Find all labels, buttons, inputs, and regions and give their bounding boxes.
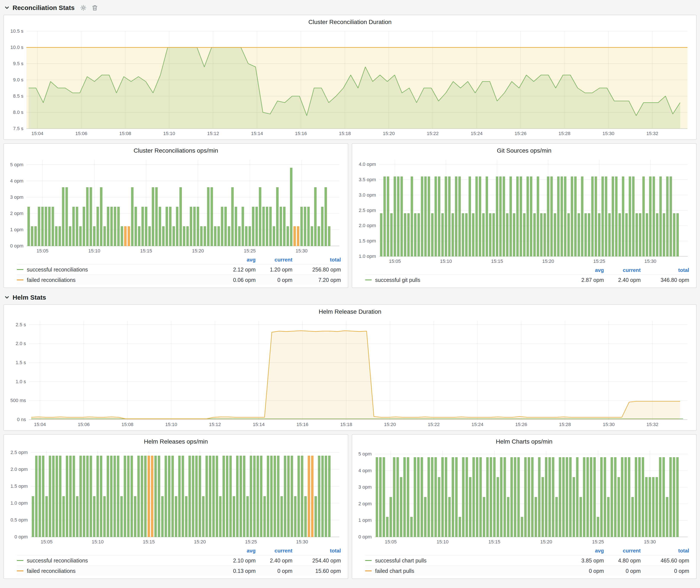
legend-sort-total[interactable]: total bbox=[641, 546, 689, 555]
gear-icon[interactable] bbox=[80, 5, 86, 11]
svg-text:10.5 s: 10.5 s bbox=[10, 28, 23, 34]
svg-text:3 opm: 3 opm bbox=[10, 194, 23, 200]
svg-text:15:15: 15:15 bbox=[140, 248, 152, 254]
chart-helm-charts-opm[interactable]: 0 opm1 opm2 opm3 opm4 opm5 opm15:0515:10… bbox=[355, 446, 694, 546]
chart-cluster-reconciliation-duration[interactable]: 7.5 s8.0 s8.5 s9.0 s9.5 s10.0 s10.5 s15:… bbox=[6, 27, 694, 138]
svg-text:15:10: 15:10 bbox=[440, 258, 452, 264]
svg-text:1.0 opm: 1.0 opm bbox=[359, 254, 376, 259]
legend-header: avg current total bbox=[365, 266, 689, 275]
svg-text:15:10: 15:10 bbox=[163, 131, 175, 136]
svg-text:15:10: 15:10 bbox=[437, 539, 448, 544]
legend-header: avg current total bbox=[17, 255, 341, 264]
legend-helm-releases: avg current total successful reconciliat… bbox=[6, 546, 345, 577]
legend-helm-charts: avg current total successful chart pulls… bbox=[355, 546, 694, 577]
legend-sort-current[interactable]: current bbox=[604, 546, 641, 555]
svg-text:15:26: 15:26 bbox=[515, 422, 527, 427]
panel-row-2: Helm Releases ops/min 0 opm0.5 opm1.0 op… bbox=[3, 434, 697, 579]
svg-text:1.0 opm: 1.0 opm bbox=[11, 500, 28, 506]
svg-text:2.5 s: 2.5 s bbox=[16, 322, 26, 327]
legend-sort-avg[interactable]: avg bbox=[215, 255, 256, 264]
svg-text:15:32: 15:32 bbox=[646, 131, 658, 136]
svg-text:15:16: 15:16 bbox=[297, 422, 308, 427]
legend-avg-value: 0 opm bbox=[563, 566, 604, 576]
legend-series-label[interactable]: successful reconciliations bbox=[17, 556, 215, 565]
svg-text:15:05: 15:05 bbox=[41, 539, 53, 544]
legend-series-label[interactable]: successful git pulls bbox=[365, 275, 563, 285]
legend-series-label[interactable]: successful chart pulls bbox=[365, 556, 563, 565]
svg-text:15:25: 15:25 bbox=[592, 539, 604, 544]
legend-sort-avg[interactable]: avg bbox=[215, 546, 256, 555]
legend-sort-total[interactable]: total bbox=[641, 266, 689, 275]
svg-text:15:14: 15:14 bbox=[251, 131, 263, 136]
chart-helm-releases-opm[interactable]: 0 opm0.5 opm1.0 opm1.5 opm2.0 opm2.5 opm… bbox=[6, 446, 345, 546]
svg-text:15:30: 15:30 bbox=[644, 258, 656, 264]
series-color-swatch bbox=[17, 269, 23, 270]
legend-header: avg current total bbox=[365, 546, 689, 555]
svg-text:15:04: 15:04 bbox=[34, 422, 46, 427]
chevron-down-icon[interactable] bbox=[4, 295, 10, 300]
legend-sort-avg[interactable]: avg bbox=[563, 546, 604, 555]
legend-series-label[interactable]: failed reconciliations bbox=[17, 275, 215, 285]
svg-text:0 opm: 0 opm bbox=[15, 534, 28, 540]
svg-text:4 opm: 4 opm bbox=[10, 178, 23, 184]
legend-total-value: 346.80 opm bbox=[641, 275, 689, 285]
svg-text:15:18: 15:18 bbox=[340, 422, 352, 427]
section-title[interactable]: Helm Stats bbox=[13, 294, 46, 301]
chevron-down-icon[interactable] bbox=[4, 5, 10, 10]
legend-current-value: 0 opm bbox=[604, 566, 641, 576]
panel-title[interactable]: Helm Releases ops/min bbox=[6, 437, 345, 446]
legend-row-failed-chart-pulls: failed chart pulls 0 opm 0 opm 0 opm bbox=[365, 565, 689, 576]
svg-text:4.0 opm: 4.0 opm bbox=[359, 162, 376, 167]
svg-text:2.0 opm: 2.0 opm bbox=[11, 467, 28, 472]
legend-git-sources: avg current total successful git pulls 2… bbox=[355, 265, 694, 286]
legend-avg-value: 0.06 opm bbox=[215, 275, 256, 285]
legend-sort-total[interactable]: total bbox=[292, 546, 341, 555]
svg-text:2.0 s: 2.0 s bbox=[16, 341, 26, 346]
legend-sort-current[interactable]: current bbox=[256, 546, 292, 555]
legend-total-value: 7.20 opm bbox=[292, 275, 341, 285]
trash-icon[interactable] bbox=[92, 5, 98, 11]
legend-avg-value: 2.10 opm bbox=[215, 556, 256, 565]
svg-text:15:32: 15:32 bbox=[647, 422, 658, 427]
legend-current-value: 2.40 opm bbox=[256, 556, 292, 565]
svg-text:15:20: 15:20 bbox=[384, 422, 396, 427]
panel-title[interactable]: Helm Charts ops/min bbox=[355, 437, 694, 446]
series-color-swatch bbox=[365, 560, 372, 561]
svg-text:4 opm: 4 opm bbox=[358, 468, 372, 473]
chart-helm-release-duration[interactable]: 0 ns500 ms1.0 s1.5 s2.0 s2.5 s15:0415:06… bbox=[6, 317, 694, 429]
legend-series-label[interactable]: failed reconciliations bbox=[17, 566, 215, 576]
legend-sort-current[interactable]: current bbox=[256, 255, 292, 264]
svg-text:15:28: 15:28 bbox=[559, 422, 571, 427]
legend-sort-total[interactable]: total bbox=[292, 255, 341, 264]
svg-text:2.5 opm: 2.5 opm bbox=[11, 450, 28, 455]
svg-text:15:25: 15:25 bbox=[593, 258, 605, 264]
grafana-dashboard: Reconciliation Stats Cluster Reconciliat… bbox=[0, 0, 700, 582]
panel-title[interactable]: Cluster Reconciliation Duration bbox=[6, 17, 694, 27]
legend-sort-avg[interactable]: avg bbox=[563, 266, 604, 275]
panel-title[interactable]: Git Sources ops/min bbox=[355, 146, 694, 155]
legend-avg-value: 3.85 opm bbox=[563, 556, 604, 565]
svg-text:15:22: 15:22 bbox=[428, 422, 440, 427]
section-title[interactable]: Reconciliation Stats bbox=[13, 4, 75, 11]
legend-total-value: 256.80 opm bbox=[292, 265, 341, 275]
panel-title[interactable]: Cluster Reconciliations ops/min bbox=[6, 146, 345, 155]
series-color-swatch bbox=[365, 279, 372, 280]
svg-text:15:06: 15:06 bbox=[75, 131, 87, 136]
section-header-reconciliation-stats: Reconciliation Stats bbox=[3, 1, 697, 15]
chart-cluster-reconciliations-opm[interactable]: 0 opm1 opm2 opm3 opm4 opm5 opm15:0515:10… bbox=[6, 155, 345, 255]
svg-text:15:30: 15:30 bbox=[296, 539, 308, 544]
legend-current-value: 2.40 opm bbox=[604, 275, 641, 285]
legend-sort-current[interactable]: current bbox=[604, 266, 641, 275]
svg-text:5 opm: 5 opm bbox=[10, 162, 23, 167]
legend-series-label[interactable]: failed chart pulls bbox=[365, 566, 563, 576]
chart-git-sources-opm[interactable]: 1.0 opm1.5 opm2.0 opm2.5 opm3.0 opm3.5 o… bbox=[355, 155, 694, 265]
panel-title[interactable]: Helm Release Duration bbox=[6, 307, 694, 317]
svg-text:0.5 opm: 0.5 opm bbox=[11, 517, 28, 523]
svg-text:10.0 s: 10.0 s bbox=[10, 45, 23, 50]
svg-text:15:22: 15:22 bbox=[427, 131, 439, 136]
svg-text:2 opm: 2 opm bbox=[10, 211, 23, 216]
legend-series-label[interactable]: successful reconciliations bbox=[17, 265, 215, 275]
legend-header: avg current total bbox=[17, 546, 341, 555]
svg-text:1.5 s: 1.5 s bbox=[16, 360, 26, 365]
svg-text:3.5 opm: 3.5 opm bbox=[359, 177, 376, 182]
